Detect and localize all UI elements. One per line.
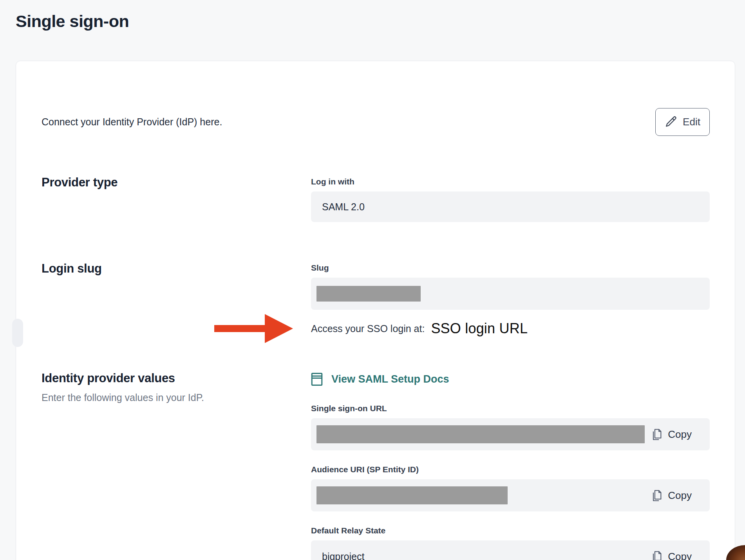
pencil-icon <box>665 116 678 128</box>
intro-text: Connect your Identity Provider (IdP) her… <box>42 116 222 128</box>
edit-button[interactable]: Edit <box>655 108 710 136</box>
sso-url-field: Copy <box>311 418 710 450</box>
edit-button-label: Edit <box>683 116 700 128</box>
copy-button-label: Copy <box>668 428 692 441</box>
idp-values-heading: Identity provider values <box>42 371 311 386</box>
sso-url-redacted-value <box>316 425 645 443</box>
idp-values-subtitle: Enter the following values in your IdP. <box>42 392 311 403</box>
saml-docs-link-label: View SAML Setup Docs <box>331 373 449 385</box>
copy-icon <box>652 428 662 441</box>
audience-uri-label: Audience URI (SP Entity ID) <box>311 464 710 475</box>
provider-type-heading: Provider type <box>42 175 311 190</box>
provider-type-section: Provider type Log in with SAML 2.0 <box>42 177 710 222</box>
sso-settings-card: Connect your Identity Provider (IdP) her… <box>16 61 735 560</box>
slug-label: Slug <box>311 263 710 273</box>
slug-field <box>311 278 710 310</box>
copy-icon <box>652 551 662 560</box>
copy-icon <box>652 490 662 502</box>
saml-docs-link[interactable]: View SAML Setup Docs <box>311 372 449 386</box>
relay-state-value: bigproject <box>322 551 364 560</box>
copy-button-label: Copy <box>668 490 692 502</box>
copy-sso-url-button[interactable]: Copy <box>652 428 692 441</box>
intro-row: Connect your Identity Provider (IdP) her… <box>42 108 710 136</box>
document-icon <box>311 372 323 386</box>
provider-type-value: SAML 2.0 <box>322 201 365 213</box>
audience-uri-field: Copy <box>311 479 710 511</box>
access-login-line: Access your SSO login at: SSO login URL <box>311 319 710 338</box>
relay-state-label: Default Relay State <box>311 526 710 536</box>
sso-login-url-text: SSO login URL <box>431 320 528 337</box>
login-slug-heading: Login slug <box>42 261 311 276</box>
copy-button-label: Copy <box>668 551 692 560</box>
page-title: Single sign-on <box>0 0 745 31</box>
relay-state-field: bigproject Copy <box>311 540 710 560</box>
login-with-label: Log in with <box>311 177 710 187</box>
copy-audience-uri-button[interactable]: Copy <box>652 490 692 502</box>
login-slug-section: Login slug Slug Access your SSO login at… <box>42 263 710 338</box>
copy-relay-state-button[interactable]: Copy <box>652 551 692 560</box>
audience-uri-redacted-value <box>316 486 508 504</box>
left-edge-handle[interactable] <box>12 319 23 347</box>
idp-values-section: Identity provider values Enter the follo… <box>42 372 710 560</box>
access-login-text: Access your SSO login at: <box>311 323 425 334</box>
provider-type-field: SAML 2.0 <box>311 191 710 222</box>
slug-redacted-value <box>316 286 421 302</box>
sso-url-label: Single sign-on URL <box>311 403 710 414</box>
